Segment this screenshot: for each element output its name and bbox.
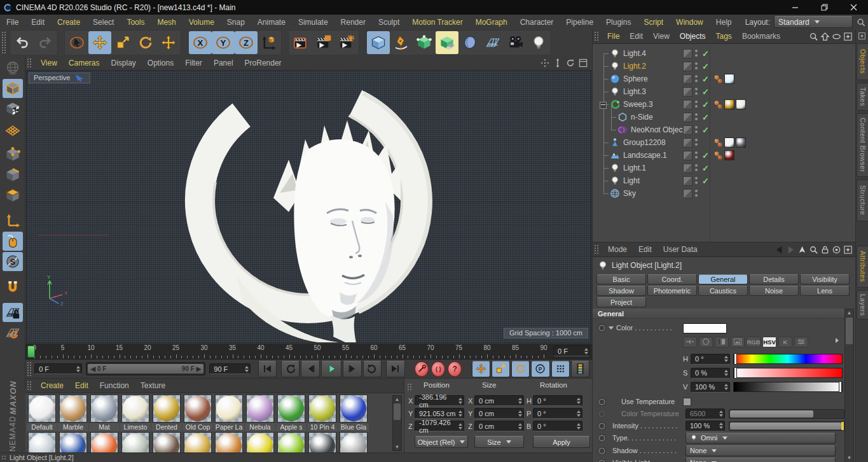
object-name[interactable]: Landscape.1 [623,151,667,160]
menu-pipeline[interactable]: Pipeline [560,18,600,27]
color-model-hsv[interactable]: HSV [762,337,776,347]
om-add-icon[interactable] [843,32,853,41]
side-tab-takes[interactable]: Takes [857,83,868,111]
color-key-radio[interactable] [598,324,606,332]
layer-toggle[interactable] [683,74,692,84]
tab-project[interactable]: Project [596,297,646,307]
menu-file[interactable]: File [0,18,25,27]
visibility-dots[interactable] [695,50,698,57]
visible-light-radio[interactable] [598,459,606,462]
enable-axis-icon[interactable] [3,211,23,230]
layer-toggle[interactable] [683,87,692,97]
layer-toggle[interactable] [683,125,692,135]
texture-tag-icon[interactable] [736,99,746,109]
viewport-solo-icon[interactable] [3,232,23,251]
gradient-icon[interactable] [715,337,729,347]
layer-toggle[interactable] [683,164,692,173]
material-scrollbar[interactable]: ▲▼ [392,395,402,451]
material-thumbnail[interactable] [214,432,244,452]
tag-list[interactable] [713,74,734,84]
material-thumbnail[interactable] [276,432,307,452]
phong-tag-icon[interactable] [713,74,723,84]
layer-toggle[interactable] [683,62,692,71]
menu-help[interactable]: Help [710,18,738,27]
world-mode-icon[interactable] [3,59,23,78]
enabled-check-icon[interactable]: ✓ [702,62,709,71]
visibility-dots[interactable] [695,190,698,197]
keyframe-options-button[interactable]: ? [448,361,462,377]
object-row-neoknot-object[interactable]: NeoKnot Object✓ [593,123,855,136]
last-tool-icon[interactable] [157,31,180,54]
object-row-group12208[interactable]: Group12208 [593,136,855,149]
menu-objects[interactable]: Objects [675,32,711,41]
compress-icon[interactable] [683,337,697,347]
am-track-icon[interactable] [832,245,841,255]
workplane-lock-icon[interactable] [3,303,23,322]
saturation-field[interactable]: 0 % [691,368,730,379]
tab-general[interactable]: General [698,274,748,284]
intensity-radio[interactable] [598,422,606,430]
render-view-icon[interactable] [289,31,312,54]
material-thumbnail[interactable] [183,432,213,452]
pen-tool-icon[interactable] [390,31,413,54]
object-name[interactable]: Light.2 [623,62,646,71]
render-picture-viewer-icon[interactable] [312,31,335,54]
object-name[interactable]: Light [623,176,640,185]
tab-coord[interactable]: Coord. [647,274,697,284]
y-axis-lock-icon[interactable]: Y [212,31,235,54]
x-axis-lock-icon[interactable]: X [189,31,212,54]
side-tab-layers[interactable]: Layers [857,290,868,319]
coord-field-b-2[interactable]: 0 ° [533,421,582,431]
menu-edit[interactable]: Edit [624,32,648,41]
color-swatch[interactable] [683,323,727,333]
phong-tag-icon[interactable] [713,151,723,160]
object-row-light-1[interactable]: Light.1✓ [593,162,855,174]
workplane-rotate-icon[interactable] [3,323,23,342]
object-row-sphere[interactable]: Sphere✓ [593,73,855,85]
intensity-field[interactable]: 100 % [685,421,725,431]
material-thumbnail[interactable] [58,432,88,452]
enabled-check-icon[interactable]: ✓ [702,151,709,160]
enabled-check-icon[interactable]: ✓ [702,125,709,135]
layer-toggle[interactable] [683,49,692,59]
menu-plugins[interactable]: Plugins [600,18,637,27]
timeline-ruler[interactable]: 051015202530354045505560657075808590 0 F [25,344,592,360]
layer-toggle[interactable] [683,138,692,148]
shadow-radio[interactable] [598,447,606,455]
side-tab-structure[interactable]: Structure [857,179,868,221]
material-default[interactable]: Default [27,395,57,431]
apply-button[interactable]: Apply [533,436,590,448]
am-drag-handle[interactable] [594,244,600,255]
viewport-pan-icon[interactable] [540,58,550,68]
next-frame-button[interactable] [343,361,361,377]
tab-noise[interactable]: Noise [749,286,799,296]
expand-toggle[interactable] [600,102,607,109]
tag-list[interactable] [713,150,734,160]
object-name[interactable]: NeoKnot Object [631,125,685,134]
menu-edit[interactable]: Edit [25,18,51,27]
am-forward-icon[interactable] [786,245,796,255]
coord-field-y-0[interactable]: 921.053 cm [415,408,464,419]
attribute-scrollbar[interactable]: ▲▼ [844,309,854,462]
coord-field-y-1[interactable]: 0 cm [474,408,524,419]
material-mat[interactable]: Mat [89,395,120,431]
restore-button[interactable] [809,0,839,15]
am-back-icon[interactable] [775,245,784,255]
value-gradient-slider[interactable] [733,382,843,392]
am-search-icon[interactable] [809,245,818,255]
om-home-icon[interactable] [820,32,830,41]
viewport-rotate-icon[interactable] [565,58,575,68]
color-collapse-icon[interactable] [609,326,614,330]
layer-toggle[interactable] [683,176,692,186]
value-field[interactable]: 100 % [691,382,730,393]
object-name[interactable]: Light.4 [623,49,646,58]
visible-light-dropdown[interactable]: None [685,458,836,462]
menu-script[interactable]: Script [637,18,670,27]
om-drag-handle[interactable] [594,31,600,41]
enabled-check-icon[interactable]: ✓ [702,113,709,122]
subdivision-surface-icon[interactable] [413,31,436,54]
polygons-mode-icon[interactable] [3,186,23,205]
visibility-dots[interactable] [695,139,698,146]
modeling-commands-icon[interactable] [436,31,458,54]
side-tab-content-browser[interactable]: Content Browser [857,113,868,177]
